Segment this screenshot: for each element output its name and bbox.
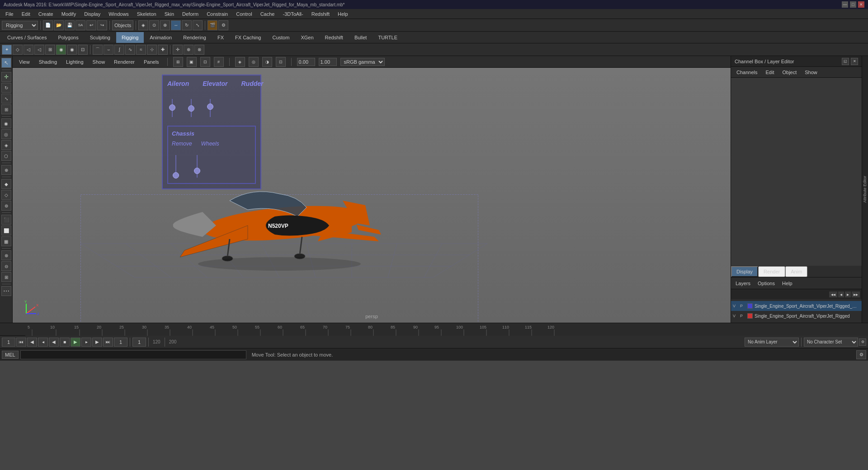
layer-arrow-2[interactable]: ◂ — [838, 291, 844, 297]
minimize-button[interactable]: — — [842, 1, 848, 8]
vp-menu-panels[interactable]: Panels — [141, 58, 162, 66]
rp-btab-display[interactable]: Display — [731, 266, 758, 277]
menu-redshift[interactable]: Redshift — [308, 10, 333, 18]
loop-input[interactable] — [132, 338, 146, 347]
vp-menu-show[interactable]: Show — [90, 58, 108, 66]
rotate-lt-btn[interactable]: ↻ — [1, 83, 11, 93]
anim-layer-select[interactable]: No Anim Layer — [745, 338, 799, 347]
select-paint2[interactable]: ◁ — [34, 45, 44, 55]
stop-btn[interactable]: ■ — [60, 338, 70, 347]
next-key-btn[interactable]: ▸ — [81, 338, 91, 347]
rp-tab-channels[interactable]: Channels — [733, 69, 761, 76]
menu-skin[interactable]: Skin — [161, 10, 178, 18]
rp-btab-anim[interactable]: Anim — [785, 266, 807, 277]
lasso-btn[interactable]: ⊙ — [149, 20, 159, 30]
gamma-input2[interactable] — [319, 58, 337, 66]
select-tool-btn[interactable]: ◈ — [138, 20, 148, 30]
move-lt-btn[interactable]: ✛ — [1, 72, 11, 82]
tab-turtle[interactable]: TURTLE — [373, 32, 403, 43]
prev-key-btn[interactable]: ◂ — [38, 338, 48, 347]
layer-ref-1[interactable]: P — [740, 304, 745, 308]
tab-animation[interactable]: Animation — [144, 32, 177, 43]
play-fwd-btn[interactable]: ▶ — [71, 338, 80, 347]
menu-display[interactable]: Display — [80, 10, 104, 18]
mel-input[interactable] — [20, 350, 246, 359]
rp-btab-render[interactable]: Render — [758, 266, 785, 277]
menu-cache[interactable]: Cache — [257, 10, 278, 18]
vp-menu-lighting[interactable]: Lighting — [63, 58, 86, 66]
menu-3dtoall[interactable]: -3DToAll- — [279, 10, 307, 18]
gamma-input1[interactable] — [297, 58, 315, 66]
open-button[interactable]: 📂 — [54, 20, 64, 30]
soft-mod-btn[interactable]: ◉ — [1, 118, 11, 128]
lp-help-btn[interactable]: Help — [779, 280, 795, 287]
save-as-button[interactable]: SA — [75, 20, 85, 30]
color-profile-select[interactable]: sRGB gamma — [340, 58, 385, 66]
tab-redshift[interactable]: Redshift — [320, 32, 349, 43]
tab-rendering[interactable]: Rendering — [178, 32, 212, 43]
rp-close-btn[interactable]: ✕ — [851, 58, 858, 65]
select-paint[interactable]: ◁ — [24, 45, 33, 55]
vp-menu-renderer[interactable]: Renderer — [111, 58, 137, 66]
rp-float-btn[interactable]: ◱ — [842, 58, 849, 65]
close-button[interactable]: ✕ — [858, 1, 864, 8]
character-set-select[interactable]: No Character Set — [804, 338, 858, 347]
tab-fx-caching[interactable]: FX Caching — [230, 32, 266, 43]
select-tool[interactable]: ✦ — [2, 45, 12, 55]
scale-btn[interactable]: ⤡ — [193, 20, 203, 30]
soft-select2[interactable]: ◉ — [67, 45, 77, 55]
timeline-ruler[interactable]: 5 10 15 20 25 30 35 40 45 50 55 60 65 70… — [25, 323, 868, 336]
menu-skeleton[interactable]: Skeleton — [133, 10, 160, 18]
layer-vis-1[interactable]: V — [733, 304, 738, 308]
lp-layers-btn[interactable]: Layers — [733, 280, 753, 287]
mode-select[interactable]: Rigging — [2, 21, 38, 30]
vp-wire-btn[interactable]: ⊡ — [276, 57, 286, 67]
tab-sculpting[interactable]: Sculpting — [85, 32, 116, 43]
end-frame-input[interactable] — [114, 338, 127, 347]
menu-windows[interactable]: Windows — [105, 10, 132, 18]
layer-arrow-4[interactable]: ▸▸ — [852, 291, 860, 297]
soft-select[interactable]: ◉ — [56, 45, 66, 55]
tab-bullet[interactable]: Bullet — [349, 32, 373, 43]
start-frame-input[interactable] — [2, 338, 15, 347]
attr-strip-label[interactable]: Attribute Editor — [862, 172, 868, 207]
render-btn[interactable]: 🎬 — [208, 20, 217, 30]
anim-key-btn[interactable]: ◆ — [1, 179, 11, 189]
undo-button[interactable]: ↩ — [86, 20, 96, 30]
rotate-btn[interactable]: ↻ — [182, 20, 192, 30]
layer-arrow-1[interactable]: ◂◂ — [829, 291, 837, 297]
more-btn[interactable]: ⋯ — [1, 286, 11, 296]
move2-tool[interactable]: ⊕ — [184, 45, 193, 55]
maximize-button[interactable]: □ — [850, 1, 856, 8]
vp-menu-shading[interactable]: Shading — [36, 58, 60, 66]
tab-xgen[interactable]: XGen — [295, 32, 319, 43]
menu-modify[interactable]: Modify — [58, 10, 80, 18]
char-set-btn[interactable]: ⚙ — [859, 338, 866, 346]
extrude-btn[interactable]: ⊡ — [78, 45, 88, 55]
play-back-btn[interactable]: ◀ — [49, 338, 59, 347]
anim-key3-btn[interactable]: ⊚ — [1, 201, 11, 211]
layer-arrow-3[interactable]: ▸ — [845, 291, 851, 297]
rp-tab-object[interactable]: Object — [778, 69, 800, 76]
curve-tool2[interactable]: ⌣ — [104, 45, 113, 55]
viewport-canvas[interactable]: Aileron Elevator Rudder — [13, 68, 731, 323]
anim-key2-btn[interactable]: ◇ — [1, 190, 11, 200]
layer-item-2[interactable]: V P Single_Engine_Sport_Aircraft_ViperJe… — [731, 311, 862, 321]
curve-tool4[interactable]: ∿ — [125, 45, 135, 55]
vp-fit-btn[interactable]: ⊞ — [173, 57, 183, 67]
curve-tool5[interactable]: ≈ — [136, 45, 146, 55]
menu-control[interactable]: Control — [232, 10, 255, 18]
snap-tool[interactable]: ⊗ — [194, 45, 204, 55]
vp-light-btn[interactable]: ◎ — [249, 57, 259, 67]
history-btn[interactable]: ⊛ — [1, 250, 11, 260]
menu-file[interactable]: File — [2, 10, 17, 18]
new-scene-button[interactable]: 📄 — [43, 20, 53, 30]
layer-item-1[interactable]: V P Single_Engine_Sport_Aircraft_ViperJe… — [731, 301, 862, 311]
layer-ref-2[interactable]: P — [740, 314, 745, 318]
vp-frame-btn[interactable]: ▣ — [187, 57, 197, 67]
vp-xray-btn[interactable]: ◈ — [235, 57, 245, 67]
lp-options-btn[interactable]: Options — [755, 280, 778, 287]
vp-snap-btn[interactable]: ⊡ — [200, 57, 210, 67]
curve-tool6[interactable]: ⊹ — [147, 45, 157, 55]
pin-tool[interactable]: ✛ — [173, 45, 183, 55]
